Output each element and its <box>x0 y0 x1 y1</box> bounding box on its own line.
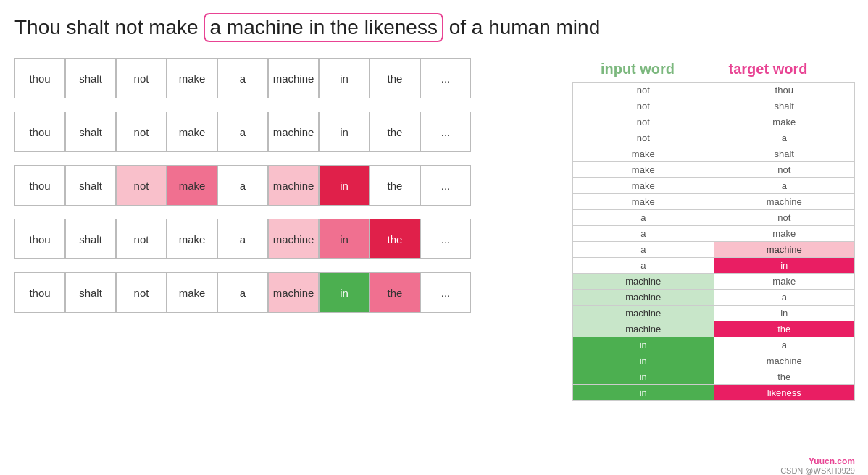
table-row: inlikeness <box>573 385 855 401</box>
table-row: inmachine <box>573 353 855 369</box>
cell-r5-thou: thou <box>14 272 65 313</box>
input-cell: a <box>573 258 714 274</box>
input-cell: not <box>573 130 714 146</box>
input-cell: machine <box>573 274 714 290</box>
target-cell: a <box>714 290 855 306</box>
target-cell: the <box>714 369 855 385</box>
right-panel: input word target word notthou notshalt … <box>572 58 855 401</box>
cell-r2-in: in <box>319 112 370 152</box>
cell-r3-ellipsis: ... <box>420 165 471 206</box>
credit: CSDN @WSKH0929 <box>780 466 855 475</box>
cell-r3-machine: machine <box>268 165 319 206</box>
table-row: makenot <box>573 162 855 178</box>
cell-r3-make: make <box>167 165 217 206</box>
table-row: makeshalt <box>573 146 855 162</box>
target-cell: not <box>714 162 855 178</box>
cell-r2-make: make <box>167 112 217 152</box>
table-row: amachine <box>573 242 855 258</box>
input-cell: in <box>573 385 714 401</box>
title-highlight: a machine in the likeness <box>204 13 443 42</box>
target-cell: make <box>714 274 855 290</box>
title-before: Thou shalt not make <box>14 16 204 38</box>
input-cell: make <box>573 178 714 194</box>
table-row: notshalt <box>573 98 855 114</box>
cell-r4-machine: machine <box>268 219 319 259</box>
table-header: input word target word <box>572 58 855 80</box>
cell-r1-a: a <box>217 58 268 98</box>
cell-r1-in: in <box>319 58 370 98</box>
cell-r1-not: not <box>116 58 167 98</box>
table-row: anot <box>573 210 855 226</box>
cell-r5-shalt: shalt <box>65 272 116 313</box>
cell-r1-the: the <box>370 58 420 98</box>
table-row: nota <box>573 130 855 146</box>
target-cell: make <box>714 226 855 242</box>
watermark: Yuucn.com <box>809 456 855 466</box>
input-cell: not <box>573 114 714 130</box>
word-row-4: thou shalt not make a machine in the ... <box>14 219 543 259</box>
cell-r1-make: make <box>167 58 217 98</box>
table-row: ina <box>573 337 855 353</box>
input-cell: make <box>573 146 714 162</box>
table-row: notmake <box>573 114 855 130</box>
cell-r5-the: the <box>370 272 420 313</box>
input-cell: not <box>573 83 714 98</box>
left-panel: thou shalt not make a machine in the ...… <box>14 58 543 326</box>
cell-r2-ellipsis: ... <box>420 112 471 152</box>
cell-r1-thou: thou <box>14 58 65 98</box>
cell-r5-not: not <box>116 272 167 313</box>
cell-r4-thou: thou <box>14 219 65 259</box>
target-cell: a <box>714 130 855 146</box>
target-cell: shalt <box>714 146 855 162</box>
target-cell: machine <box>714 353 855 369</box>
cell-r5-in: in <box>319 272 370 313</box>
input-cell: not <box>573 98 714 114</box>
cell-r3-the: the <box>370 165 420 206</box>
table-row: makemachine <box>573 194 855 210</box>
col-header-target: target word <box>703 58 833 80</box>
word-row-2: thou shalt not make a machine in the ... <box>14 112 543 152</box>
cell-r2-shalt: shalt <box>65 112 116 152</box>
target-cell: shalt <box>714 98 855 114</box>
cell-r4-shalt: shalt <box>65 219 116 259</box>
table-row: makea <box>573 178 855 194</box>
table-row: machinein <box>573 306 855 321</box>
cell-r1-machine: machine <box>268 58 319 98</box>
target-cell: a <box>714 178 855 194</box>
cell-r3-a: a <box>217 165 268 206</box>
cell-r3-thou: thou <box>14 165 65 206</box>
target-cell: machine <box>714 194 855 210</box>
target-cell: in <box>714 306 855 321</box>
target-cell: thou <box>714 83 855 98</box>
cell-r4-ellipsis: ... <box>420 219 471 259</box>
cell-r4-not: not <box>116 219 167 259</box>
input-cell: machine <box>573 290 714 306</box>
col-header-input: input word <box>572 58 703 80</box>
table-row: ain <box>573 258 855 274</box>
table-row: amake <box>573 226 855 242</box>
page-title: Thou shalt not make a machine in the lik… <box>0 0 868 49</box>
table-row: inthe <box>573 369 855 385</box>
input-cell: in <box>573 337 714 353</box>
input-cell: a <box>573 242 714 258</box>
cell-r3-in: in <box>319 165 370 206</box>
target-cell: the <box>714 321 855 337</box>
cell-r1-ellipsis: ... <box>420 58 471 98</box>
title-after: of a human mind <box>443 16 600 38</box>
table-row: machinethe <box>573 321 855 337</box>
input-cell: in <box>573 369 714 385</box>
cell-r2-thou: thou <box>14 112 65 152</box>
cell-r4-in: in <box>319 219 370 259</box>
input-cell: make <box>573 162 714 178</box>
cell-r5-a: a <box>217 272 268 313</box>
cell-r2-a: a <box>217 112 268 152</box>
word-row-3: thou shalt not make a machine in the ... <box>14 165 543 206</box>
cell-r2-not: not <box>116 112 167 152</box>
cell-r2-machine: machine <box>268 112 319 152</box>
word-row-1: thou shalt not make a machine in the ... <box>14 58 543 98</box>
target-cell: likeness <box>714 385 855 401</box>
input-cell: a <box>573 210 714 226</box>
input-cell: machine <box>573 306 714 321</box>
cell-r3-shalt: shalt <box>65 165 116 206</box>
input-cell: a <box>573 226 714 242</box>
